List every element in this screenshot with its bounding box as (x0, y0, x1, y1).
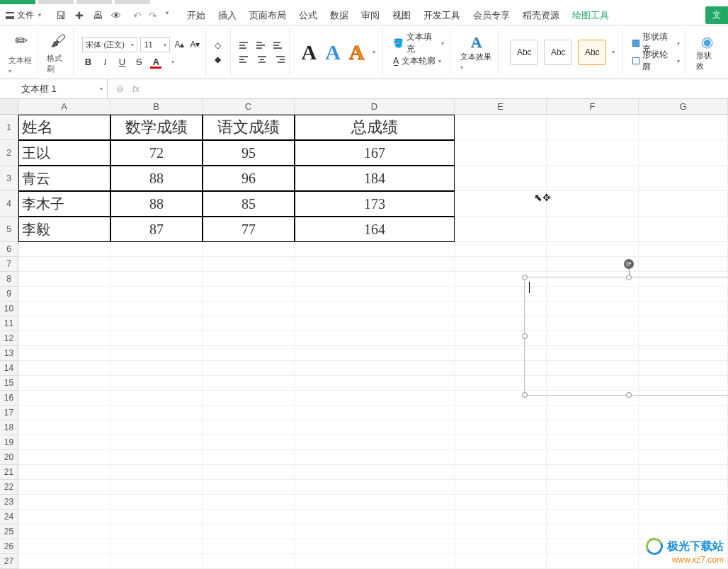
col-header[interactable]: G (639, 99, 728, 114)
italic-button[interactable]: I (99, 57, 110, 67)
tab-insert[interactable]: 插入 (218, 9, 237, 22)
cell[interactable] (295, 391, 455, 406)
row-header[interactable]: 15 (0, 376, 18, 391)
cell[interactable] (455, 554, 547, 569)
row-header[interactable]: 21 (0, 465, 18, 480)
cell[interactable] (639, 510, 728, 524)
cell[interactable] (110, 331, 203, 346)
save-as-icon[interactable]: ✚ (74, 10, 85, 21)
cell[interactable] (203, 539, 295, 554)
shape-effect-button[interactable]: ◉ 形状效 (690, 28, 724, 76)
cell[interactable] (18, 524, 110, 539)
shape-style-1[interactable]: Abc (510, 40, 538, 65)
cell[interactable]: 184 (295, 166, 455, 191)
tab-formula[interactable]: 公式 (299, 9, 317, 22)
cell[interactable]: 85 (203, 191, 295, 217)
row-header[interactable]: 8 (0, 272, 18, 287)
cell[interactable] (455, 242, 547, 257)
cell[interactable] (18, 406, 110, 420)
cell[interactable] (110, 257, 203, 272)
align-right-icon[interactable] (273, 54, 285, 64)
cell[interactable] (639, 257, 728, 272)
font-color-button[interactable]: A (150, 57, 161, 67)
format-painter-button[interactable]: 🖌 格式刷 (42, 28, 74, 76)
font-size-select[interactable]: 11▾ (140, 37, 170, 52)
cell[interactable] (455, 539, 547, 554)
underline-button[interactable]: U (116, 57, 127, 67)
tab-drawing-tools[interactable]: 绘图工具 (572, 9, 609, 22)
cell[interactable] (295, 301, 455, 316)
resize-handle-n[interactable] (626, 275, 632, 280)
cell[interactable] (455, 140, 547, 166)
workbook-tab[interactable] (38, 0, 74, 4)
cell[interactable] (110, 539, 203, 554)
cell[interactable] (455, 420, 547, 435)
col-header[interactable]: B (110, 99, 203, 114)
cell[interactable] (110, 435, 203, 450)
cell[interactable] (455, 115, 547, 140)
row-header[interactable]: 2 (0, 140, 18, 166)
workbook-tab[interactable] (115, 0, 150, 4)
cancel-formula-icon[interactable]: ⊖ (116, 84, 124, 94)
row-header[interactable]: 10 (0, 301, 18, 316)
name-box-dropdown-icon[interactable]: ▾ (100, 86, 103, 92)
cell[interactable] (203, 495, 295, 510)
cell[interactable] (295, 450, 455, 465)
cell[interactable] (110, 287, 203, 301)
file-menu[interactable]: 文件 ▼ (0, 6, 48, 25)
tab-dev[interactable]: 开发工具 (423, 9, 460, 22)
shape-style-more-icon[interactable]: ▾ (612, 49, 615, 55)
cell[interactable] (110, 272, 203, 287)
align-left-icon[interactable] (239, 54, 251, 64)
cell[interactable] (18, 435, 110, 450)
cell[interactable]: 72 (110, 140, 203, 166)
cell[interactable] (110, 420, 203, 435)
cell[interactable]: 88 (110, 191, 203, 217)
cell[interactable] (455, 510, 547, 524)
cell[interactable] (547, 140, 639, 166)
row-header[interactable]: 27 (0, 554, 18, 569)
cell[interactable] (110, 301, 203, 316)
cell[interactable] (203, 346, 295, 361)
cell[interactable] (455, 480, 547, 495)
row-header[interactable]: 14 (0, 361, 18, 376)
cell[interactable] (203, 406, 295, 420)
cell[interactable] (203, 450, 295, 465)
cell[interactable] (110, 480, 203, 495)
cell[interactable] (110, 495, 203, 510)
col-header[interactable]: C (203, 99, 295, 114)
rotate-handle-icon[interactable]: ⟳ (624, 259, 634, 269)
cell[interactable]: 95 (203, 140, 295, 166)
tab-layout[interactable]: 页面布局 (249, 9, 286, 22)
cell[interactable] (295, 420, 455, 435)
shape-outline-button[interactable]: 形状轮廓▾ (632, 54, 679, 69)
row-header[interactable]: 19 (0, 435, 18, 450)
cell[interactable] (203, 510, 295, 524)
cell[interactable] (110, 346, 203, 361)
cell[interactable] (110, 391, 203, 406)
font-color-dropdown-icon[interactable]: ▾ (167, 59, 178, 65)
cell[interactable] (110, 554, 203, 569)
cell[interactable] (455, 217, 547, 242)
cell[interactable] (295, 346, 455, 361)
cell[interactable] (295, 331, 455, 346)
resize-handle-nw[interactable] (522, 275, 528, 280)
cell[interactable] (203, 480, 295, 495)
select-all-corner[interactable] (0, 99, 18, 114)
cell[interactable] (203, 420, 295, 435)
cell[interactable] (18, 510, 110, 524)
strikethrough-button[interactable]: S (133, 57, 144, 67)
cell[interactable] (110, 406, 203, 420)
cell[interactable] (547, 406, 639, 420)
cell[interactable] (18, 287, 110, 301)
text-effect-button[interactable]: A 文本效果▾ (455, 28, 499, 76)
cell[interactable] (295, 554, 455, 569)
save-icon[interactable]: 🖫 (55, 10, 67, 21)
row-header[interactable]: 17 (0, 406, 18, 420)
cell[interactable] (547, 166, 639, 191)
cell[interactable] (547, 510, 639, 524)
cell[interactable] (18, 257, 110, 272)
cell[interactable] (295, 524, 455, 539)
cell[interactable] (295, 495, 455, 510)
cell[interactable] (203, 361, 295, 376)
